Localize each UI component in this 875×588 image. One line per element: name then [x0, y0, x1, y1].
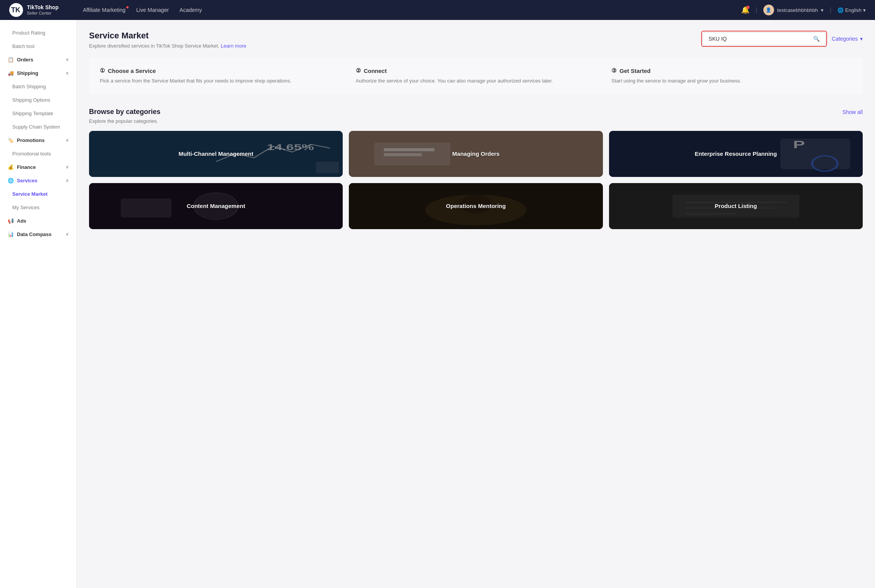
- sidebar-label: Service Market: [12, 191, 48, 197]
- browse-title: Browse by categories: [89, 108, 160, 116]
- card-overlay: Managing Orders: [349, 131, 603, 177]
- category-label-multichannel: Multi-Channel Management: [178, 150, 253, 157]
- step-1-num: ①: [100, 67, 105, 74]
- nav-affiliate-marketing[interactable]: Affiliate Marketing: [83, 7, 125, 13]
- sidebar-item-shipping-template[interactable]: Shipping Template: [0, 107, 76, 120]
- sidebar-item-shipping-options[interactable]: Shipping Options: [0, 93, 76, 107]
- promotions-chevron: ∧: [66, 138, 69, 143]
- sidebar-item-batch-tool[interactable]: Batch tool: [0, 40, 76, 53]
- services-chevron: ∧: [66, 178, 69, 183]
- sidebar-item-services[interactable]: 🌐 Services ∧: [0, 174, 76, 187]
- sidebar-item-orders[interactable]: 📋 Orders ∨: [0, 53, 76, 66]
- sidebar-label: Shipping Options: [12, 97, 50, 103]
- sidebar-label: Ads: [17, 218, 26, 224]
- categories-chevron: ▾: [860, 36, 863, 42]
- search-input[interactable]: [708, 36, 810, 42]
- step-3-title: ③ Get Started: [611, 67, 852, 74]
- globe-icon: 🌐: [837, 7, 844, 13]
- category-card-orders[interactable]: Managing Orders: [349, 131, 603, 177]
- language-label: English: [845, 7, 862, 13]
- search-box: 🔍: [703, 32, 825, 45]
- data-compass-icon: 📊: [8, 231, 14, 237]
- step-3: ③ Get Started Start using the service to…: [611, 67, 852, 85]
- separator-2: |: [830, 7, 831, 13]
- ads-icon: 📢: [8, 218, 14, 224]
- notification-bell[interactable]: 🔔: [741, 6, 750, 14]
- sidebar-label: Batch tool: [12, 43, 35, 49]
- page-header: Service Market Explore diversified servi…: [89, 31, 863, 49]
- sidebar-item-ads[interactable]: 📢 Ads: [0, 214, 76, 228]
- sidebar-label: Services: [17, 178, 38, 183]
- step-2: ② Connect Authorize the service of your …: [356, 67, 596, 85]
- nav-live-manager[interactable]: Live Manager: [136, 7, 169, 13]
- sidebar-item-batch-shipping[interactable]: Batch Shipping: [0, 80, 76, 93]
- category-card-multichannel[interactable]: 14.65% Multi-Channel Management: [89, 131, 343, 177]
- step-2-num: ②: [356, 67, 361, 74]
- page-subtitle: Explore diversified services in TikTok S…: [89, 43, 246, 49]
- page-header-left: Service Market Explore diversified servi…: [89, 31, 246, 49]
- step-1: ① Choose a Service Pick a service from t…: [100, 67, 340, 85]
- finance-chevron: ∨: [66, 165, 69, 170]
- sidebar-label: Promotional tools: [12, 151, 51, 157]
- finance-icon: 💰: [8, 164, 14, 170]
- category-card-operations[interactable]: Operations Mentoring: [349, 183, 603, 229]
- sidebar-label: Supply Chain System: [12, 124, 60, 130]
- sidebar-label: Product Rating: [12, 30, 45, 36]
- steps-row: ① Choose a Service Pick a service from t…: [89, 58, 863, 94]
- step-1-desc: Pick a service from the Service Market t…: [100, 77, 340, 85]
- categories-button[interactable]: Categories ▾: [832, 36, 863, 42]
- category-label-orders: Managing Orders: [452, 150, 499, 157]
- shipping-icon: 🚚: [8, 70, 14, 76]
- svg-text:TK: TK: [11, 6, 20, 14]
- card-overlay: Enterprise Resource Planning: [609, 131, 863, 177]
- sidebar-item-shipping[interactable]: 🚚 Shipping ∧: [0, 66, 76, 80]
- sidebar-item-my-services[interactable]: My Services: [0, 201, 76, 214]
- sidebar-item-promotional-tools[interactable]: Promotional tools: [0, 147, 76, 160]
- category-label-product: Product Listing: [715, 203, 757, 209]
- logo-seller-label: Seller Center: [27, 11, 59, 15]
- category-label-content: Content Management: [187, 203, 245, 209]
- sidebar-item-promotions[interactable]: 🏷️ Promotions ∧: [0, 134, 76, 147]
- main-content: Service Market Explore diversified servi…: [77, 20, 875, 588]
- page-title: Service Market: [89, 31, 246, 41]
- data-compass-chevron: ∨: [66, 232, 69, 237]
- sidebar-label: Shipping Template: [12, 111, 53, 116]
- sidebar-label: My Services: [12, 205, 40, 210]
- category-card-erp[interactable]: P Enterprise Resource Planning: [609, 131, 863, 177]
- sidebar-label: Finance: [17, 164, 36, 170]
- card-overlay: Content Management: [89, 183, 343, 229]
- browse-section: Browse by categories Show all Explore th…: [89, 108, 863, 229]
- learn-more-link[interactable]: Learn more: [221, 43, 246, 49]
- language-selector[interactable]: 🌐 English ▾: [837, 7, 866, 13]
- card-overlay: Product Listing: [609, 183, 863, 229]
- user-menu[interactable]: 👤 testcasebhbhbhbh ▾: [763, 5, 824, 15]
- nav-right: 🔔 | 👤 testcasebhbhbhbh ▾ | 🌐 English ▾: [741, 5, 866, 15]
- sidebar-label: Data Compass: [17, 231, 51, 237]
- show-all-button[interactable]: Show all: [842, 109, 863, 115]
- step-3-desc: Start using the service to manage and gr…: [611, 77, 852, 85]
- search-box-wrapper: 🔍: [701, 31, 827, 47]
- orders-chevron: ∨: [66, 57, 69, 62]
- sidebar-item-supply-chain[interactable]: Supply Chain System: [0, 120, 76, 134]
- sidebar-item-product-rating[interactable]: Product Rating: [0, 26, 76, 40]
- logo-tiktok-label: TikTok Shop: [27, 5, 59, 10]
- category-label-erp: Enterprise Resource Planning: [695, 150, 777, 157]
- logo[interactable]: TK TikTok Shop Seller Center: [9, 3, 71, 17]
- top-navigation: TK TikTok Shop Seller Center Affiliate M…: [0, 0, 875, 20]
- app-layout: Product Rating Batch tool 📋 Orders ∨ 🚚 S…: [0, 20, 875, 588]
- sidebar-label: Orders: [17, 57, 33, 63]
- nav-academy[interactable]: Academy: [180, 7, 202, 13]
- promotions-icon: 🏷️: [8, 137, 14, 143]
- sidebar: Product Rating Batch tool 📋 Orders ∨ 🚚 S…: [0, 20, 77, 588]
- search-area: 🔍 Categories ▾: [701, 31, 863, 47]
- categories-label: Categories: [832, 36, 858, 42]
- search-icon[interactable]: 🔍: [813, 36, 820, 42]
- notification-dot: [746, 6, 750, 9]
- category-card-content[interactable]: Content Management: [89, 183, 343, 229]
- sidebar-label: Batch Shipping: [12, 84, 46, 89]
- sidebar-item-service-market[interactable]: Service Market: [0, 187, 76, 201]
- category-card-product[interactable]: Product Listing: [609, 183, 863, 229]
- sidebar-item-data-compass[interactable]: 📊 Data Compass ∨: [0, 228, 76, 241]
- nav-links: Affiliate Marketing Live Manager Academy: [83, 7, 729, 13]
- sidebar-item-finance[interactable]: 💰 Finance ∨: [0, 160, 76, 174]
